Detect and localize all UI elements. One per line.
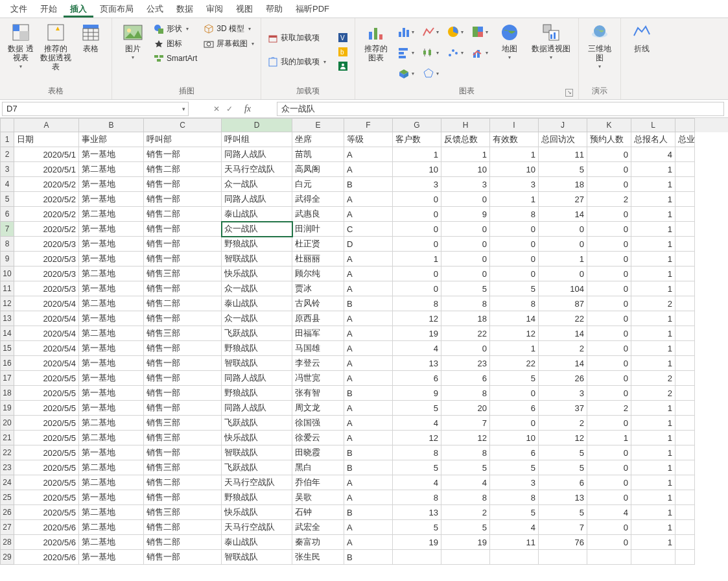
- cell[interactable]: 0: [393, 267, 441, 281]
- header-cell[interactable]: 预约人数: [587, 132, 631, 147]
- cell[interactable]: 销售二部: [144, 162, 222, 177]
- cell[interactable]: 5: [490, 460, 539, 475]
- cell[interactable]: 第二基地: [79, 475, 144, 490]
- cell[interactable]: 1: [631, 162, 675, 177]
- cell[interactable]: 14: [490, 311, 539, 326]
- cell[interactable]: A: [344, 416, 393, 431]
- cell[interactable]: 0: [587, 535, 631, 550]
- tab-帮助[interactable]: 帮助: [259, 1, 289, 18]
- cell[interactable]: 2020/5/3: [14, 237, 79, 252]
- header-cell[interactable]: 反馈总数: [441, 132, 490, 147]
- cell[interactable]: 第一基地: [79, 222, 144, 237]
- stat-chart-button[interactable]: ▾: [419, 43, 442, 62]
- cell[interactable]: 2: [631, 371, 675, 386]
- cell[interactable]: [675, 401, 695, 416]
- row-header[interactable]: 19: [0, 401, 14, 416]
- cell[interactable]: 杜丽丽: [292, 252, 344, 267]
- table-button[interactable]: 表格: [74, 19, 108, 56]
- cell[interactable]: 武宏全: [292, 520, 344, 535]
- cell[interactable]: 众一战队: [222, 177, 292, 192]
- row-header[interactable]: 5: [0, 192, 14, 207]
- cell[interactable]: B: [344, 177, 393, 192]
- pivot-table-button[interactable]: 数据 透视表 ▾: [4, 19, 38, 72]
- cell[interactable]: 12: [393, 311, 441, 326]
- cell[interactable]: 李登云: [292, 356, 344, 371]
- cell[interactable]: 19: [441, 535, 490, 550]
- cell[interactable]: 第一基地: [79, 177, 144, 192]
- cell[interactable]: 1: [393, 147, 441, 162]
- 3d-model-button[interactable]: 3D 模型▾: [201, 22, 257, 36]
- cell[interactable]: 1: [631, 520, 675, 535]
- cell[interactable]: [675, 460, 695, 475]
- cell[interactable]: 武得全: [292, 192, 344, 207]
- cell[interactable]: 0: [393, 222, 441, 237]
- cell[interactable]: 杜正贤: [292, 237, 344, 252]
- cell[interactable]: 11: [490, 535, 539, 550]
- cell[interactable]: 1: [631, 475, 675, 490]
- smartart-button[interactable]: SmartArt: [151, 52, 200, 65]
- col-header-L[interactable]: L: [631, 118, 675, 132]
- cell[interactable]: 石钟: [292, 505, 344, 520]
- cell[interactable]: 13: [393, 356, 441, 371]
- cell[interactable]: 13: [539, 490, 587, 505]
- cell[interactable]: 9: [441, 207, 490, 222]
- cell[interactable]: A: [344, 490, 393, 505]
- cell[interactable]: 0: [490, 252, 539, 267]
- cell[interactable]: 0: [441, 192, 490, 207]
- cell[interactable]: 3: [490, 475, 539, 490]
- cell[interactable]: 37: [539, 401, 587, 416]
- cell[interactable]: 众一战队: [222, 222, 292, 237]
- cell[interactable]: 第一基地: [79, 147, 144, 162]
- cell[interactable]: 销售一部: [144, 490, 222, 505]
- row-header[interactable]: 7: [0, 222, 14, 237]
- cell[interactable]: 18: [441, 311, 490, 326]
- cell[interactable]: [675, 490, 695, 505]
- screenshot-button[interactable]: 屏幕截图▾: [201, 37, 257, 51]
- cell[interactable]: 0: [587, 267, 631, 281]
- row-header[interactable]: 20: [0, 416, 14, 431]
- cell[interactable]: 原西县: [292, 311, 344, 326]
- cell[interactable]: D: [344, 237, 393, 252]
- row-header[interactable]: 28: [0, 535, 14, 550]
- cell[interactable]: 飞跃战队: [222, 416, 292, 431]
- get-addins-button[interactable]: 获取加载项: [265, 31, 329, 45]
- cell[interactable]: 飞跃战队: [222, 460, 292, 475]
- cell[interactable]: 10: [490, 162, 539, 177]
- row-header[interactable]: 17: [0, 371, 14, 386]
- cell[interactable]: 销售二部: [144, 520, 222, 535]
- tab-开始[interactable]: 开始: [34, 1, 64, 18]
- cell[interactable]: 徐爱云: [292, 431, 344, 445]
- cell[interactable]: 天马行空战队: [222, 475, 292, 490]
- cell[interactable]: 野狼战队: [222, 237, 292, 252]
- cell[interactable]: 第一基地: [79, 445, 144, 460]
- cell[interactable]: 第二基地: [79, 326, 144, 341]
- cell[interactable]: 2020/5/1: [14, 147, 79, 162]
- cell[interactable]: 2020/5/6: [14, 520, 79, 535]
- cell[interactable]: 5: [539, 505, 587, 520]
- cell[interactable]: 0: [393, 237, 441, 252]
- cell[interactable]: 5: [441, 281, 490, 296]
- cell[interactable]: C: [344, 222, 393, 237]
- cell[interactable]: [675, 252, 695, 267]
- row-header[interactable]: 1: [0, 132, 14, 147]
- cell[interactable]: 1: [631, 431, 675, 445]
- cell[interactable]: 2020/5/3: [14, 281, 79, 296]
- cell[interactable]: 0: [539, 222, 587, 237]
- cell[interactable]: 2: [587, 401, 631, 416]
- cell[interactable]: 众一战队: [222, 281, 292, 296]
- cell[interactable]: 10: [393, 162, 441, 177]
- cell[interactable]: 销售一部: [144, 401, 222, 416]
- cell[interactable]: 0: [587, 386, 631, 401]
- people-button[interactable]: [335, 60, 351, 73]
- cell[interactable]: [490, 550, 539, 565]
- cell[interactable]: [539, 550, 587, 565]
- cell[interactable]: 5: [441, 520, 490, 535]
- cell[interactable]: 2020/5/5: [14, 505, 79, 520]
- cell[interactable]: 5: [490, 505, 539, 520]
- cell[interactable]: 1: [631, 177, 675, 192]
- cell[interactable]: 天马行空战队: [222, 520, 292, 535]
- cell[interactable]: 1: [631, 401, 675, 416]
- cell[interactable]: [675, 386, 695, 401]
- cell[interactable]: 3: [490, 177, 539, 192]
- surface-chart-button[interactable]: ▾: [394, 64, 417, 83]
